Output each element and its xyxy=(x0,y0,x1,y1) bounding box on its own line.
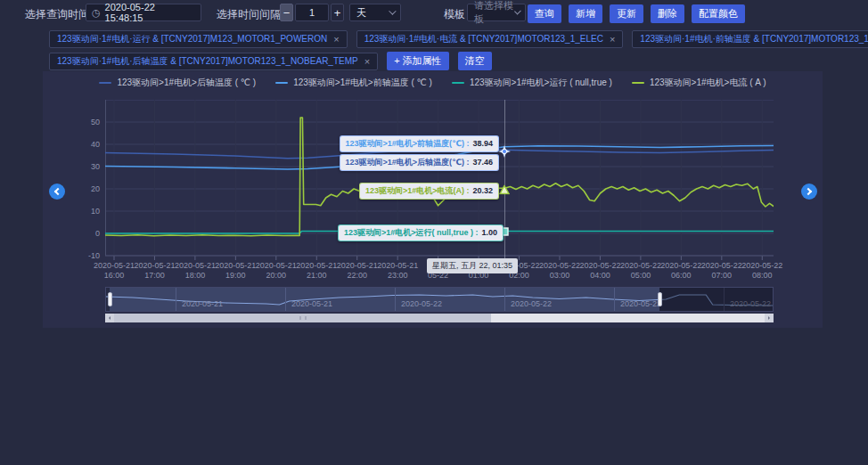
legend-item[interactable]: 123驱动间>1#电机>运行 ( null,true ) xyxy=(452,77,612,89)
tag-chips-row-2: 123驱动间·1#电机·后轴温度 & [TCNY2017]MOTOR123_1_… xyxy=(49,52,492,70)
tooltip-value: 20.32 xyxy=(472,186,493,195)
tag-chip-bear-temp[interactable]: 123驱动间·1#电机·前轴温度 & [TCNY2017]MOTOR123_1_… xyxy=(632,30,868,48)
tooltip-label: 123驱动间>1#电机>运行( null,true ) : xyxy=(344,228,479,237)
navigator-unselected xyxy=(659,288,773,311)
current-point-marker xyxy=(499,185,510,195)
config-color-button[interactable]: 配置颜色 xyxy=(692,4,745,23)
tooltip-current: 123驱动间>1#电机>电流(A) :20.32 xyxy=(359,183,499,200)
template-placeholder: 请选择模板 xyxy=(474,0,514,26)
clear-button[interactable]: 清空 xyxy=(458,52,492,70)
legend-line-icon xyxy=(275,82,288,84)
scrollbar-grip-icon xyxy=(299,316,306,320)
chart-panel: 123驱动间>1#电机>后轴温度 ( ℃ )123驱动间>1#电机>前轴温度 (… xyxy=(43,71,823,328)
update-button[interactable]: 更新 xyxy=(610,4,643,23)
y-axis-label: -10 xyxy=(77,251,100,260)
chart-legend: 123驱动间>1#电机>后轴温度 ( ℃ )123驱动间>1#电机>前轴温度 (… xyxy=(43,77,823,89)
tag-chip-label: 123驱动间·1#电机·后轴温度 & [TCNY2017]MOTOR123_1_… xyxy=(57,55,358,68)
navigator-selection[interactable] xyxy=(110,288,659,311)
tooltip-label: 123驱动间>1#电机>后轴温度(℃) : xyxy=(346,158,470,167)
delete-button[interactable]: 删除 xyxy=(651,4,684,23)
tag-chip-label: 123驱动间·1#电机·电流 & [TCNY2017]MOTOR123_1_EL… xyxy=(364,33,603,45)
legend-line-icon xyxy=(632,82,644,84)
legend-item[interactable]: 123驱动间>1#电机>电流 ( A ) xyxy=(632,77,766,89)
legend-label: 123驱动间>1#电机>电流 ( A ) xyxy=(650,77,766,89)
y-axis-label: 50 xyxy=(77,118,100,126)
axis-time-tooltip: 星期五, 五月 22, 01:35 xyxy=(427,258,518,273)
tooltip-value: 38.94 xyxy=(472,139,493,148)
tag-chip-label: 123驱动间·1#电机·前轴温度 & [TCNY2017]MOTOR123_1_… xyxy=(640,33,868,45)
y-axis-label: 30 xyxy=(77,162,100,171)
pan-right-button[interactable] xyxy=(801,184,817,200)
tag-chip-label: 123驱动间·1#电机·运行 & [TCNY2017]M123_MOTOR1_P… xyxy=(57,33,327,45)
tag-chips-row-1: 123驱动间·1#电机·运行 & [TCNY2017]M123_MOTOR1_P… xyxy=(49,30,868,48)
legend-line-icon xyxy=(452,82,464,84)
tooltip-rear-bearing-temp: 123驱动间>1#电机>后轴温度(℃) :37.46 xyxy=(340,154,499,171)
navigator-handle-right[interactable] xyxy=(658,292,662,306)
tag-chip-nobear-temp[interactable]: 123驱动间·1#电机·后轴温度 & [TCNY2017]MOTOR123_1_… xyxy=(49,53,378,70)
y-axis-label: 10 xyxy=(77,207,100,216)
legend-item[interactable]: 123驱动间>1#电机>后轴温度 ( ℃ ) xyxy=(99,77,256,89)
query-time-input[interactable]: ◷ 2020-05-22 15:48:15 xyxy=(86,4,201,21)
interval-unit-select[interactable]: 天 xyxy=(349,4,401,21)
interval-value-input[interactable]: 1 xyxy=(295,4,329,21)
scrollbar-thumb[interactable] xyxy=(114,314,491,322)
clock-icon: ◷ xyxy=(92,8,101,18)
tag-chip-poweron[interactable]: 123驱动间·1#电机·运行 & [TCNY2017]M123_MOTOR1_P… xyxy=(49,30,348,48)
legend-item[interactable]: 123驱动间>1#电机>前轴温度 ( ℃ ) xyxy=(275,77,432,89)
tooltip-running: 123驱动间>1#电机>运行( null,true ) :1.00 xyxy=(338,224,504,241)
query-button[interactable]: 查询 xyxy=(528,4,561,23)
legend-label: 123驱动间>1#电机>运行 ( null,true ) xyxy=(470,77,612,89)
close-icon[interactable]: × xyxy=(333,34,339,45)
legend-line-icon xyxy=(99,82,111,84)
tooltip-value: 1.00 xyxy=(481,228,497,237)
scroll-left-arrow-icon[interactable] xyxy=(105,314,114,322)
y-axis-label: 0 xyxy=(77,229,100,238)
add-button[interactable]: 新增 xyxy=(569,4,602,23)
y-axis-label: 40 xyxy=(77,140,100,149)
scroll-right-arrow-icon[interactable] xyxy=(765,314,774,322)
tooltip-front-bearing-temp: 123驱动间>1#电机>前轴温度(℃) :38.94 xyxy=(340,135,499,152)
chevron-left-icon xyxy=(54,188,61,195)
interval-increment-button[interactable]: + xyxy=(331,4,344,21)
x-axis-label: 2020-05-2208:00 xyxy=(737,261,787,281)
chevron-down-icon xyxy=(514,8,521,15)
pan-left-button[interactable] xyxy=(49,184,65,200)
tooltip-value: 37.46 xyxy=(472,158,493,167)
temp-point-marker xyxy=(497,144,512,159)
close-icon[interactable]: × xyxy=(364,56,370,67)
navigator-handle-left[interactable] xyxy=(108,292,112,306)
query-time-value: 2020-05-22 15:48:15 xyxy=(105,2,195,23)
chevron-down-icon xyxy=(389,7,396,14)
tooltip-label: 123驱动间>1#电机>电流(A) : xyxy=(365,186,470,195)
toolbar: 选择查询时间： ◷ 2020-05-22 15:48:15 选择时间间隔： − … xyxy=(0,0,868,25)
add-attribute-button[interactable]: + 添加属性 xyxy=(387,52,448,70)
tooltip-label: 123驱动间>1#电机>前轴温度(℃) : xyxy=(346,139,470,148)
template-select[interactable]: 请选择模板 xyxy=(467,4,526,21)
y-axis-label: 20 xyxy=(77,184,100,193)
interval-unit-value: 天 xyxy=(356,6,366,20)
timeline-navigator[interactable]: 2020-05-212020-05-212020-05-222020-05-22… xyxy=(105,287,774,312)
legend-label: 123驱动间>1#电机>后轴温度 ( ℃ ) xyxy=(117,77,256,89)
chevron-right-icon xyxy=(805,188,812,195)
close-icon[interactable]: × xyxy=(610,34,615,45)
toolbar-buttons: 查询 新增 更新 删除 配置颜色 xyxy=(528,4,745,23)
legend-label: 123驱动间>1#电机>前轴温度 ( ℃ ) xyxy=(293,77,432,89)
tag-chip-elec[interactable]: 123驱动间·1#电机·电流 & [TCNY2017]MOTOR123_1_EL… xyxy=(356,30,624,48)
horizontal-scrollbar[interactable] xyxy=(105,314,774,322)
interval-decrement-button[interactable]: − xyxy=(280,4,293,21)
